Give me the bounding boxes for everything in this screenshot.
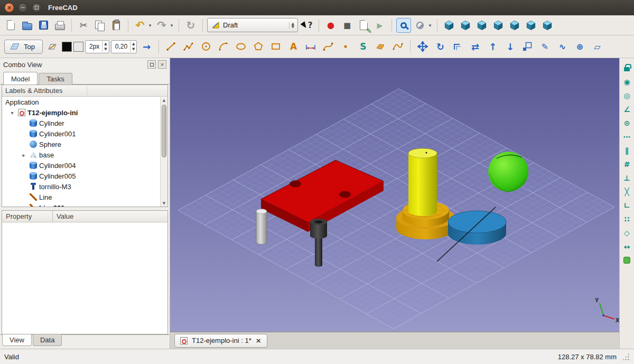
undo-dropdown-icon[interactable]: ▾: [147, 23, 153, 28]
draft-rotate-button[interactable]: ↻: [432, 39, 448, 54]
object-yellow-cylinder[interactable]: [408, 148, 437, 216]
draft-scale-button[interactable]: [519, 39, 535, 54]
draft-dimension-button[interactable]: [303, 39, 319, 54]
window-maximize-button[interactable]: [32, 3, 42, 13]
combo-arrows-icon[interactable]: ▲ ▼: [289, 22, 296, 29]
draft-add-point-button[interactable]: ⊕: [572, 39, 588, 54]
tree-item-base[interactable]: ▸ base: [2, 150, 167, 160]
tab-view[interactable]: View: [2, 334, 32, 346]
view-bottom-button[interactable]: [524, 18, 538, 33]
scroll-down-icon[interactable]: ▼: [161, 200, 167, 207]
snap-grid-button[interactable]: #: [621, 158, 633, 170]
line-color-swatch[interactable]: [62, 42, 72, 52]
draft-edit-button[interactable]: ✎: [537, 39, 553, 54]
draft-shapestring-button[interactable]: S: [355, 39, 371, 54]
snap-endpoint-button[interactable]: ◉: [621, 76, 633, 87]
workbench-selector[interactable]: Draft ▲ ▼: [207, 18, 298, 32]
construction-mode-button[interactable]: [44, 39, 60, 54]
snap-parallel-button[interactable]: ∥: [621, 145, 633, 156]
draft-arc-button[interactable]: [216, 39, 231, 54]
snap-center-button[interactable]: ⊙: [621, 117, 633, 128]
close-panel-button[interactable]: ×: [158, 60, 166, 69]
snap-midpoint-button[interactable]: ◎: [621, 90, 633, 101]
refresh-button[interactable]: ↻: [183, 18, 198, 33]
tree-column-header[interactable]: Labels & Attributes: [2, 85, 167, 97]
spin-arrows-icon[interactable]: ▲▼: [102, 41, 108, 52]
window-minimize-button[interactable]: −: [18, 3, 28, 13]
draft-polygon-button[interactable]: [250, 39, 266, 54]
document-tab[interactable]: T12-ejemplo-ini : 1* ×: [174, 334, 267, 348]
titlebar[interactable]: × − FreeCAD: [0, 0, 634, 15]
view-front-button[interactable]: [458, 18, 473, 33]
snap-working-plane-button[interactable]: ◇: [621, 227, 633, 238]
view-left-button[interactable]: [540, 18, 555, 33]
line-width-value[interactable]: 2px: [86, 43, 102, 50]
copy-button[interactable]: [92, 18, 107, 33]
tree-item-cylinder001[interactable]: Cylinder001: [2, 128, 167, 139]
draft-move-button[interactable]: [415, 39, 431, 54]
draft-rectangle-button[interactable]: [268, 39, 284, 54]
draft-bspline-button[interactable]: [320, 39, 336, 54]
whats-this-button[interactable]: ?: [300, 18, 314, 33]
draw-style-dropdown-icon[interactable]: ▾: [427, 23, 433, 28]
view-top-button[interactable]: [474, 18, 489, 33]
undo-button[interactable]: ↶: [133, 18, 147, 33]
snap-dimensions-button[interactable]: ↔: [621, 241, 633, 252]
tree-item-line[interactable]: Line: [2, 192, 167, 202]
object-green-sphere[interactable]: [488, 152, 528, 192]
macro-stop-button[interactable]: ■: [340, 18, 355, 33]
draft-facebinder-button[interactable]: [372, 39, 388, 54]
scrollbar-thumb[interactable]: [162, 105, 166, 157]
open-document-button[interactable]: [20, 18, 34, 33]
tab-model[interactable]: Model: [3, 72, 38, 85]
draft-wire-button[interactable]: [181, 39, 197, 54]
working-plane-button[interactable]: Top: [4, 40, 43, 54]
property-body[interactable]: [2, 222, 167, 334]
snap-intersection-button[interactable]: ╳: [621, 186, 633, 197]
tree-item-application[interactable]: Application: [2, 97, 167, 107]
text-scale-spinbox[interactable]: 0,20 ▲▼: [111, 40, 137, 53]
draft-circle-button[interactable]: [198, 39, 214, 54]
face-color-swatch[interactable]: [73, 42, 83, 52]
autogroup-button[interactable]: →: [138, 39, 154, 54]
tree-item-cylinder[interactable]: Cylinder: [2, 118, 167, 128]
viewport-3d[interactable]: X Y: [170, 58, 619, 332]
tree-item-cylinder005[interactable]: Cylinder005: [2, 171, 167, 181]
draft-downgrade-button[interactable]: ↓: [502, 39, 518, 54]
snap-ortho-button[interactable]: ∟: [621, 200, 633, 211]
expander-closed-icon[interactable]: ▸: [20, 152, 27, 158]
draft-trimex-button[interactable]: ⇄: [467, 39, 483, 54]
tab-tasks[interactable]: Tasks: [39, 73, 72, 85]
macro-record-button[interactable]: ●: [323, 18, 338, 33]
scroll-up-icon[interactable]: ▲: [161, 97, 167, 104]
snap-perpendicular-button[interactable]: ⊥: [621, 172, 633, 183]
paste-button[interactable]: [109, 18, 124, 33]
spin-arrows-icon[interactable]: ▲▼: [130, 41, 136, 52]
expander-open-icon[interactable]: ▾: [8, 110, 16, 116]
property-column-header[interactable]: Property: [2, 211, 53, 222]
value-column-header[interactable]: Value: [53, 211, 73, 222]
snap-extension-button[interactable]: ⋯: [621, 131, 633, 142]
view-rear-button[interactable]: [507, 18, 522, 33]
snap-angle-button[interactable]: ∠: [621, 104, 633, 115]
resize-grip[interactable]: [622, 353, 630, 361]
draft-ellipse-button[interactable]: [233, 39, 249, 54]
tree-item-sphere[interactable]: Sphere: [2, 139, 167, 150]
box-zoom-button[interactable]: [396, 18, 411, 33]
tab-data[interactable]: Data: [33, 334, 62, 346]
toggle-grid-button[interactable]: [621, 255, 633, 266]
tree-item-cylinder004[interactable]: Cylinder004: [2, 160, 167, 171]
draft-wire-to-bspline-button[interactable]: ∿: [554, 39, 570, 54]
draft-shape-2d-view-button[interactable]: ▱: [589, 39, 605, 54]
object-small-cylinder[interactable]: [256, 209, 267, 245]
print-button[interactable]: [52, 18, 67, 33]
document-tab-close-button[interactable]: ×: [256, 337, 262, 344]
draft-point-button[interactable]: [338, 39, 353, 54]
draft-upgrade-button[interactable]: ↑: [484, 39, 500, 54]
redo-dropdown-icon[interactable]: ▾: [169, 23, 174, 28]
tree-scrollbar[interactable]: ▲ ▼: [160, 97, 167, 207]
view-right-button[interactable]: [491, 18, 506, 33]
snap-lock-button[interactable]: [621, 62, 633, 73]
new-document-button[interactable]: [3, 18, 18, 33]
view-axonometric-button[interactable]: [442, 18, 456, 33]
